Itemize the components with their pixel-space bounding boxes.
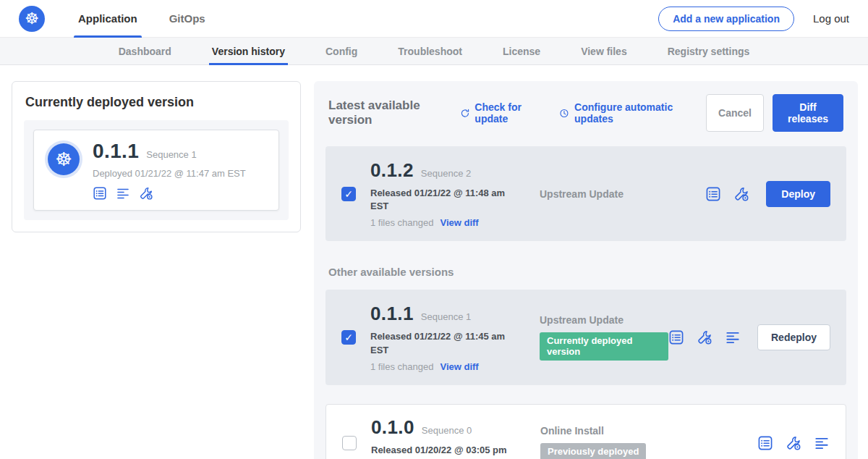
subnav-item-registry-settings[interactable]: Registry settings [647, 38, 770, 64]
check-for-update-link[interactable]: Check for update [460, 101, 542, 125]
kubernetes-logo: ☸ [19, 6, 45, 32]
version-number: 0.1.1 [370, 303, 414, 325]
deployed-version-card: ☸ 0.1.1 Sequence 1 Deployed 01/21/22 @ 1… [33, 130, 279, 211]
edit-config-icon[interactable] [697, 329, 712, 345]
release-notes-icon[interactable] [668, 329, 684, 345]
logout-link[interactable]: Log out [813, 12, 849, 25]
configure-updates-label: Configure automatic updates [574, 101, 689, 125]
release-notes-icon[interactable] [705, 186, 721, 202]
tab-gitops[interactable]: GitOps [153, 0, 221, 38]
version-actions: Deploy [705, 181, 830, 207]
helm-wheel-icon: ☸ [55, 148, 72, 171]
source-label: Upstream Update [540, 314, 668, 326]
deployed-card-wrapper: ☸ 0.1.1 Sequence 1 Deployed 01/21/22 @ 1… [24, 120, 289, 220]
source-label: Online Install [540, 425, 757, 437]
refresh-icon [460, 107, 470, 119]
helm-wheel-icon: ☸ [25, 9, 39, 28]
version-info: 0.1.2 Sequence 2 Released 01/21/22 @ 11:… [370, 159, 535, 228]
deployed-card-body: 0.1.1 Sequence 1 Deployed 01/21/22 @ 11:… [93, 140, 246, 201]
subnav-item-license[interactable]: License [482, 38, 561, 64]
latest-version-header: Latest available version Check for updat… [326, 94, 846, 132]
deploy-button[interactable]: Deploy [766, 181, 830, 207]
edit-config-icon[interactable] [733, 186, 749, 202]
subnav-item-view-files[interactable]: View files [561, 38, 647, 64]
version-row: 0.1.0 Sequence 0 Released 01/20/22 @ 03:… [326, 404, 846, 459]
version-source: Upstream Update [535, 188, 705, 200]
deployed-version-number: 0.1.1 [93, 140, 139, 163]
other-versions-title: Other available versions [328, 266, 843, 278]
main-content: Currently deployed version ☸ 0.1.1 Seque… [0, 65, 868, 459]
cancel-button[interactable]: Cancel [706, 94, 764, 132]
files-changed-label: 1 files changed [370, 217, 433, 228]
subnav-item-troubleshoot[interactable]: Troubleshoot [378, 38, 482, 64]
released-timestamp: Released 01/21/22 @ 11:45 am EST [370, 330, 514, 356]
redeploy-button[interactable]: Redeploy [757, 324, 830, 350]
version-info: 0.1.1 Sequence 1 Released 01/21/22 @ 11:… [370, 303, 535, 371]
version-row: 0.1.1 Sequence 1 Released 01/21/22 @ 11:… [326, 290, 846, 384]
top-navbar: ☸ Application GitOps Add a new applicati… [0, 0, 868, 38]
previously-deployed-badge: Previously deployed [540, 443, 646, 459]
subnav-item-version-history[interactable]: Version history [192, 38, 305, 64]
application-icon: ☸ [48, 143, 80, 175]
source-label: Upstream Update [540, 188, 705, 200]
subnav-item-dashboard[interactable]: Dashboard [98, 38, 192, 64]
files-changed-label: 1 files changed [370, 361, 433, 372]
version-select-checkbox[interactable] [341, 187, 356, 201]
diff-icon[interactable] [116, 186, 130, 201]
diff-releases-button[interactable]: Diff releases [773, 94, 843, 132]
currently-deployed-panel: Currently deployed version ☸ 0.1.1 Seque… [12, 81, 301, 232]
view-diff-link[interactable]: View diff [440, 361, 478, 372]
primary-nav: Application GitOps [62, 0, 221, 38]
version-actions [757, 435, 830, 451]
version-select-checkbox[interactable] [341, 330, 356, 345]
sequence-label: Sequence 2 [421, 168, 471, 179]
tab-application[interactable]: Application [62, 0, 153, 38]
release-notes-icon[interactable] [757, 435, 773, 451]
latest-version-title: Latest available version [328, 98, 443, 127]
version-source: Online Install Previously deployed [536, 425, 757, 459]
version-number: 0.1.2 [370, 159, 414, 182]
sequence-label: Sequence 0 [422, 425, 472, 436]
version-history-panel: Latest available version Check for updat… [314, 81, 858, 459]
diff-icon[interactable] [725, 329, 741, 345]
edit-config-icon[interactable] [139, 186, 153, 201]
version-actions: Redeploy [668, 324, 830, 350]
edit-config-icon[interactable] [786, 435, 801, 451]
version-source: Upstream Update Currently deployed versi… [535, 314, 668, 361]
sequence-label: Sequence 1 [421, 311, 471, 322]
application-subnav: Dashboard Version history Config Trouble… [0, 38, 868, 65]
version-select-checkbox[interactable] [342, 436, 357, 450]
deployed-panel-title: Currently deployed version [25, 95, 287, 110]
deployed-sequence-label: Sequence 1 [146, 149, 196, 160]
clock-icon [559, 107, 569, 119]
check-for-update-label: Check for update [475, 101, 542, 125]
currently-deployed-badge: Currently deployed version [540, 332, 668, 361]
version-row: 0.1.2 Sequence 2 Released 01/21/22 @ 11:… [326, 146, 846, 241]
version-number: 0.1.0 [371, 416, 414, 439]
version-info: 0.1.0 Sequence 0 Released 01/20/22 @ 03:… [371, 416, 536, 459]
released-timestamp: Released 01/20/22 @ 03:05 pm EST [371, 444, 514, 459]
released-timestamp: Released 01/21/22 @ 11:48 am EST [370, 187, 514, 213]
navbar-right: Add a new application Log out [658, 7, 849, 31]
subnav-item-config[interactable]: Config [305, 38, 378, 64]
configure-automatic-updates-link[interactable]: Configure automatic updates [559, 101, 689, 125]
view-diff-link[interactable]: View diff [440, 217, 478, 228]
add-new-application-button[interactable]: Add a new application [658, 7, 794, 31]
diff-icon[interactable] [814, 435, 830, 451]
release-notes-icon[interactable] [93, 186, 107, 201]
deployed-timestamp: Deployed 01/21/22 @ 11:47 am EST [93, 168, 246, 179]
